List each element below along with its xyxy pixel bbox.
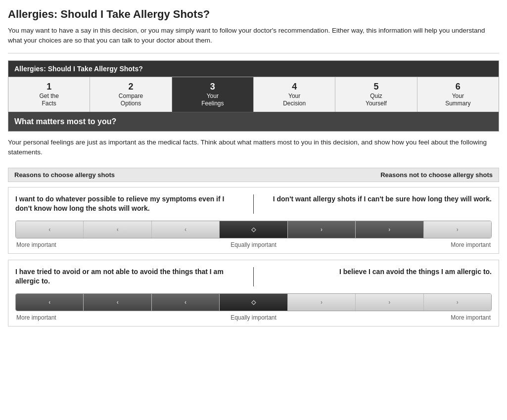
slider-2-seg-3[interactable]: ‹ (152, 294, 220, 311)
slider-2-label-left: More important (16, 314, 56, 321)
chevron-icon: ‹ (48, 226, 50, 233)
slider-1-right-statement: I don't want allergy shots if I can't be… (259, 194, 492, 214)
slider-2-seg-1[interactable]: ‹ (16, 294, 84, 311)
tab-6-label: YourSummary (445, 93, 470, 107)
slider-2-left-statement: I have tried to avoid or am not able to … (15, 267, 248, 286)
slider-1-left-statement: I want to do whatever possible to reliev… (15, 194, 248, 214)
tab-2-label: CompareOptions (119, 93, 143, 107)
slider-1-seg-6[interactable]: › (356, 221, 423, 238)
tab-5[interactable]: 5 QuizYourself (335, 77, 417, 112)
chevron-icon: ◇ (251, 226, 256, 233)
chevron-icon: › (321, 226, 323, 233)
slider-1-seg-2[interactable]: ‹ (84, 221, 151, 238)
chevron-icon: ◇ (251, 299, 256, 306)
tab-4[interactable]: 4 YourDecision (254, 77, 335, 112)
slider-1-seg-7[interactable]: › (424, 221, 491, 238)
slider-1-label-left: More important (16, 241, 56, 248)
chevron-icon: ‹ (184, 299, 186, 306)
tab-3-num: 3 (175, 81, 250, 93)
chevron-icon: ‹ (184, 226, 186, 233)
slider-2-seg-7[interactable]: › (424, 294, 491, 311)
tab-4-num: 4 (257, 81, 332, 93)
nav-container: Allergies: Should I Take Allergy Shots? … (8, 60, 499, 132)
chevron-icon: ‹ (117, 299, 119, 306)
tab-2-num: 2 (93, 81, 168, 93)
slider-2-label-right: More important (451, 314, 491, 321)
slider-1-seg-3[interactable]: ‹ (152, 221, 220, 238)
reasons-bar: Reasons to choose allergy shots Reasons … (8, 168, 499, 182)
chevron-icon: › (457, 226, 459, 233)
chevron-icon: ‹ (117, 226, 119, 233)
chevron-icon: › (388, 299, 390, 306)
tab-3[interactable]: 3 YourFeelings (172, 77, 254, 112)
slider-1-seg-1[interactable]: ‹ (16, 221, 84, 238)
chevron-icon: › (321, 299, 323, 306)
tab-2[interactable]: 2 CompareOptions (90, 77, 172, 112)
reasons-right: Reasons not to choose allergy shots (380, 171, 493, 179)
nav-tabs: 1 Get theFacts 2 CompareOptions 3 YourFe… (8, 77, 499, 112)
tab-6-num: 6 (420, 81, 496, 93)
tab-1-num: 1 (11, 81, 87, 93)
slider-1-divider (253, 194, 254, 214)
slider-1-label-right: More important (451, 241, 491, 248)
slider-2-right-statement: I believe I can avoid the things I am al… (259, 267, 492, 286)
slider-1-seg-5[interactable]: › (288, 221, 356, 238)
slider-card-2: I have tried to avoid or am not able to … (8, 260, 499, 327)
tab-1[interactable]: 1 Get theFacts (8, 77, 90, 112)
reasons-left: Reasons to choose allergy shots (14, 171, 115, 179)
tab-6[interactable]: 6 YourSummary (417, 77, 499, 112)
slider-2-label-center: Equally important (230, 314, 277, 321)
slider-1-labels: More important Equally important More im… (15, 241, 492, 248)
slider-2-seg-6[interactable]: › (356, 294, 423, 311)
slider-card-1: I want to do whatever possible to reliev… (8, 187, 499, 254)
slider-1-label-center: Equally important (230, 241, 277, 248)
chevron-icon: › (388, 226, 390, 233)
slider-1-statements: I want to do whatever possible to reliev… (15, 194, 492, 214)
intro-text: You may want to have a say in this decis… (8, 26, 499, 53)
tab-5-num: 5 (338, 81, 414, 93)
slider-1-track[interactable]: ‹ ‹ ‹ ◇ › › › (15, 221, 492, 238)
slider-1-seg-4[interactable]: ◇ (220, 221, 287, 238)
slider-2-seg-5[interactable]: › (288, 294, 356, 311)
slider-2-statements: I have tried to avoid or am not able to … (15, 267, 492, 286)
tab-1-label: Get theFacts (39, 93, 58, 107)
slider-1-track-container: ‹ ‹ ‹ ◇ › › › (15, 221, 492, 238)
tab-5-label: QuizYourself (366, 93, 387, 107)
tab-3-label: YourFeelings (201, 93, 224, 107)
nav-header: Allergies: Should I Take Allergy Shots? (8, 61, 499, 77)
tab-4-label: YourDecision (283, 93, 306, 107)
section-header: What matters most to you? (8, 112, 499, 131)
slider-2-track[interactable]: ‹ ‹ ‹ ◇ › › › (15, 293, 492, 311)
slider-2-divider (253, 267, 254, 286)
page-title: Allergies: Should I Take Allergy Shots? (8, 8, 499, 21)
slider-2-seg-4[interactable]: ◇ (220, 294, 287, 311)
slider-2-track-container: ‹ ‹ ‹ ◇ › › › (15, 293, 492, 311)
chevron-icon: ‹ (48, 299, 50, 306)
slider-2-seg-2[interactable]: ‹ (84, 294, 151, 311)
slider-2-labels: More important Equally important More im… (15, 314, 492, 321)
chevron-icon: › (457, 299, 459, 306)
section-description: Your personal feelings are just as impor… (8, 132, 499, 164)
